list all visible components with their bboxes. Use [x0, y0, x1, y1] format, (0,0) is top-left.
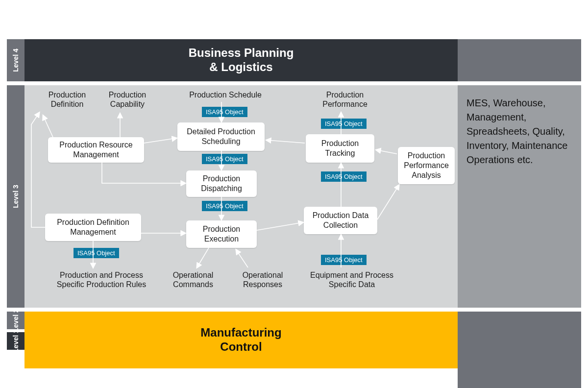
level4-title: Business Planning & Logistics [24, 46, 458, 74]
manufacturing-title-line1: Manufacturing [200, 326, 281, 339]
manufacturing-title: Manufacturing Control [24, 326, 458, 354]
svg-line-11 [377, 185, 399, 219]
level4-title-line2: & Logistics [24, 60, 458, 74]
label-production-definition: Production Definition [41, 90, 93, 109]
manufacturing-title-line2: Control [24, 340, 458, 354]
node-production-resource-management: Production ResourceManagement [48, 137, 144, 163]
level4-body: Business Planning & Logistics [24, 39, 458, 81]
tag-isa95-5: ISA95 Object [321, 171, 367, 182]
band-level4: Level 4 Business Planning & Logistics [7, 39, 581, 81]
band-level3: Level 3 Production Definition Production… [7, 85, 581, 308]
aside-text: MES, Warehouse, Management, Spreadsheets… [466, 96, 572, 167]
tag-isa95-6: ISA95 Object [321, 255, 367, 265]
level4-label: Level 4 [12, 48, 20, 72]
level4-label-strip: Level 4 [7, 39, 24, 81]
level2-aside [458, 312, 581, 388]
node-production-tracking: ProductionTracking [306, 134, 374, 163]
svg-line-6 [257, 222, 303, 230]
label-production-schedule: Production Schedule [186, 90, 265, 99]
diagram-canvas: Level 4 Business Planning & Logistics Le… [0, 0, 588, 388]
level1-label-strip: Level 1 [7, 332, 24, 350]
level4-aside [458, 39, 581, 81]
level4-title-line1: Business Planning [189, 46, 294, 59]
node-production-data-collection: Production DataCollection [304, 207, 377, 234]
node-production-definition-management: Production DefinitionManagement [45, 214, 141, 241]
level2-label: Level 2 [12, 309, 20, 332]
svg-line-4 [144, 138, 176, 143]
node-detailed-production-scheduling: Detailed ProductionScheduling [177, 122, 265, 151]
svg-line-10 [376, 150, 397, 154]
svg-line-9 [267, 140, 305, 143]
level1-label: Level 1 [12, 329, 20, 352]
level3-aside: MES, Warehouse, Management, Spreadsheets… [458, 85, 581, 308]
node-production-execution: ProductionExecution [186, 220, 257, 248]
node-production-performance-analysis: ProductionPerformanceAnalysis [398, 147, 455, 184]
tag-isa95-2: ISA95 Object [202, 154, 247, 164]
svg-line-13 [197, 248, 209, 267]
level3-body: Production Definition Production Capabil… [24, 85, 458, 308]
node-production-dispatching: ProductionDispatching [186, 170, 257, 197]
tag-isa95-7: ISA95 Object [74, 248, 119, 258]
level2-label-strip: Level 2 [7, 312, 24, 329]
tag-isa95-4: ISA95 Object [321, 119, 367, 129]
label-operational-commands: OperationalCommands [167, 270, 220, 289]
tag-isa95-1: ISA95 Object [202, 107, 247, 117]
manufacturing-body: Manufacturing Control [24, 312, 458, 368]
svg-line-14 [236, 250, 248, 267]
level3-label: Level 3 [12, 185, 20, 208]
tag-isa95-3: ISA95 Object [202, 201, 247, 211]
label-production-performance: Production Performance [316, 90, 374, 109]
label-operational-responses: OperationalResponses [236, 270, 289, 289]
label-production-capability: Production Capability [101, 90, 154, 109]
label-production-rules: Production and ProcessSpecific Productio… [50, 270, 153, 289]
band-level2-1: Level 2 Level 1 Manufacturing Control [7, 312, 581, 368]
label-equipment-data: Equipment and ProcessSpecific Data [303, 270, 401, 289]
level3-label-strip: Level 3 [7, 85, 24, 308]
